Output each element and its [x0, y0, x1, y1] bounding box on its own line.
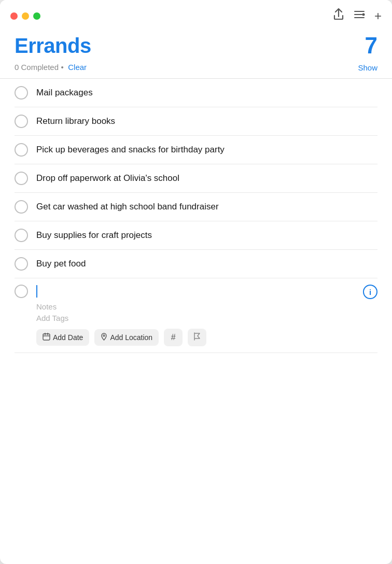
add-date-label: Add Date [53, 333, 83, 342]
add-tag-button[interactable]: # [164, 329, 183, 346]
task-list: Mail packages Return library books Pick … [15, 79, 377, 353]
task-item: Buy pet food [15, 250, 377, 278]
task-checkbox-3[interactable] [15, 143, 28, 157]
new-task-item: i Notes Add Tags Ad [15, 278, 377, 353]
info-icon[interactable]: i [363, 285, 377, 299]
task-text-5: Get car washed at high school band fundr… [36, 202, 377, 212]
completed-label: 0 Completed [15, 63, 59, 72]
task-text-4: Drop off paperwork at Olivia's school [36, 173, 377, 184]
task-item: Drop off paperwork at Olivia's school [15, 164, 377, 193]
task-text-3: Pick up beverages and snacks for birthda… [36, 145, 377, 155]
text-cursor [36, 285, 37, 298]
hash-icon: # [171, 333, 176, 342]
location-icon [101, 333, 107, 342]
task-item: Pick up beverages and snacks for birthda… [15, 136, 377, 164]
task-item: Return library books [15, 107, 377, 136]
task-checkbox-new[interactable] [15, 285, 28, 298]
task-text-7: Buy pet food [36, 259, 377, 269]
task-checkbox-6[interactable] [15, 229, 28, 242]
svg-point-8 [103, 335, 105, 336]
task-checkbox-1[interactable] [15, 86, 28, 100]
titlebar: + [0, 0, 392, 27]
completed-status: 0 Completed • Clear [15, 63, 87, 72]
add-date-button[interactable]: Add Date [36, 329, 89, 346]
new-task-top: i [15, 285, 377, 299]
maximize-button[interactable] [33, 12, 40, 20]
status-row: 0 Completed • Clear Show [15, 63, 377, 72]
header-row: Errands 7 [15, 33, 377, 59]
list-title: Errands [15, 34, 91, 58]
titlebar-actions: + [333, 8, 382, 23]
item-count: 7 [365, 33, 377, 59]
calendar-icon [43, 333, 50, 342]
traffic-lights [10, 12, 40, 20]
task-item: Mail packages [15, 79, 377, 107]
dot-separator: • [61, 63, 64, 72]
task-checkbox-7[interactable] [15, 257, 28, 271]
add-flag-button[interactable] [188, 329, 206, 346]
task-text-2: Return library books [36, 116, 377, 126]
app-window: + Errands 7 0 Completed • Clear Show Mai… [0, 0, 392, 564]
task-item: Get car washed at high school band fundr… [15, 193, 377, 221]
clear-button[interactable]: Clear [68, 63, 87, 72]
main-content: Errands 7 0 Completed • Clear Show Mail … [0, 27, 392, 564]
close-button[interactable] [10, 12, 18, 20]
svg-point-3 [362, 13, 365, 16]
task-text-1: Mail packages [36, 88, 377, 98]
task-checkbox-2[interactable] [15, 115, 28, 128]
new-task-tags[interactable]: Add Tags [36, 314, 377, 322]
task-text-6: Buy supplies for craft projects [36, 230, 377, 241]
new-task-input-area [36, 285, 355, 298]
share-icon[interactable] [333, 8, 344, 23]
new-task-toolbar: Add Date Add Location # [36, 329, 377, 346]
show-button[interactable]: Show [358, 63, 377, 72]
task-item: Buy supplies for craft projects [15, 221, 377, 250]
task-checkbox-4[interactable] [15, 172, 28, 185]
new-task-notes[interactable]: Notes [36, 301, 377, 313]
add-item-icon[interactable]: + [374, 9, 382, 23]
task-checkbox-5[interactable] [15, 200, 28, 214]
flag-icon [193, 332, 201, 343]
add-location-label: Add Location [110, 333, 152, 342]
list-options-icon[interactable] [354, 9, 365, 22]
add-location-button[interactable]: Add Location [94, 329, 159, 346]
svg-rect-4 [43, 334, 50, 340]
minimize-button[interactable] [22, 12, 29, 20]
